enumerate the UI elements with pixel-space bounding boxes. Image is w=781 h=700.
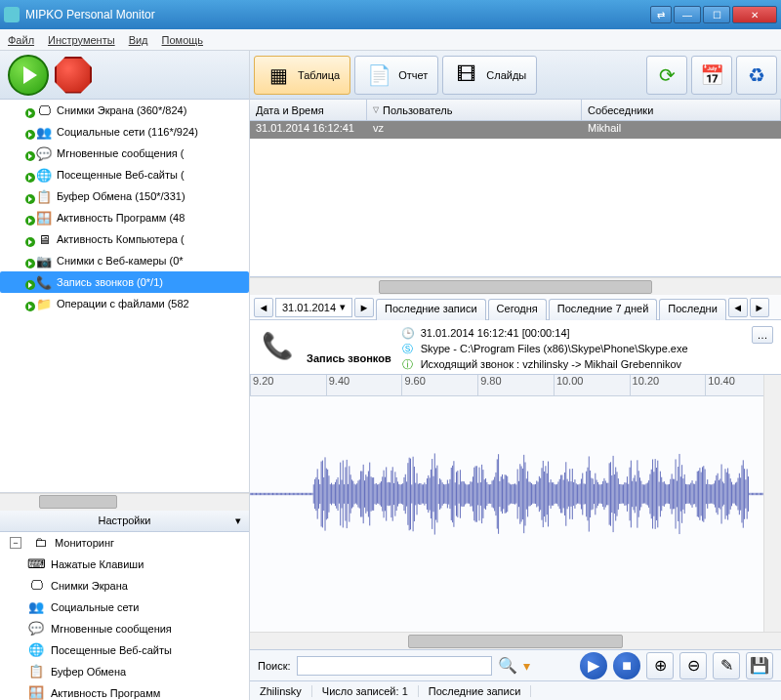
tree-item[interactable]: 🖥Активность Компьютера ( [0, 228, 249, 250]
settings-item[interactable]: 🪟Активность Программ [0, 682, 249, 701]
ruler-tick: 9.60 [401, 375, 477, 395]
status-badge-icon [20, 126, 31, 138]
tabs-scroll-left[interactable]: ◄ [728, 298, 748, 317]
status-badge-icon [20, 233, 31, 245]
waveform-area: 9.209.409.609.8010.0010.2010.40 🎙 🎧 [250, 375, 781, 632]
calendar-button[interactable]: 📅 [691, 56, 732, 95]
tree-item[interactable]: 📁Операции с файлами (582 [0, 293, 249, 314]
settings-item[interactable]: 👥Социальные сети [0, 597, 249, 618]
menu-view[interactable]: Вид [129, 34, 148, 46]
expander-icon[interactable]: − [10, 537, 21, 549]
save-button[interactable]: 💾 [746, 652, 773, 679]
status-count: Число записей: 1 [312, 685, 419, 697]
tabs-scroll-right[interactable]: ► [750, 298, 769, 317]
edit-button[interactable]: ✎ [713, 652, 740, 679]
skype-icon: Ⓢ [401, 342, 415, 355]
info-icon: ⓘ [401, 357, 415, 371]
tree-item-label: Посещенные Веб-сайты ( [57, 169, 185, 181]
menu-help[interactable]: Помощь [162, 34, 204, 46]
left-toolbar [0, 51, 249, 100]
audio-play-button[interactable]: ▶ [580, 652, 607, 679]
zoom-in-button[interactable]: ⊕ [646, 652, 674, 679]
stop-monitoring-button[interactable] [55, 57, 92, 94]
search-input[interactable] [297, 656, 492, 676]
settings-root-label: Мониторинг [55, 537, 114, 549]
col-peers[interactable]: Собеседники [582, 100, 781, 120]
tree-item[interactable]: 🖵Снимки Экрана (360*/824) [0, 100, 249, 121]
settings-item-label: Социальные сети [51, 601, 139, 613]
start-monitoring-button[interactable] [8, 55, 49, 96]
settings-item-icon: 👥 [27, 598, 45, 616]
refresh-icon: ⟳ [653, 62, 680, 89]
filter-icon[interactable]: ▾ [523, 658, 530, 674]
status-user: Zhilinsky [250, 685, 312, 697]
settings-header-label: Настройки [99, 515, 151, 526]
settings-tree[interactable]: − 🗀 Мониторинг ⌨Нажатые Клавиши🖵Снимки Э… [0, 532, 249, 701]
tree-item[interactable]: 🌐Посещенные Веб-сайты ( [0, 164, 249, 185]
settings-item-label: Буфер Обмена [51, 666, 126, 678]
tab-week[interactable]: Последние 7 дней [549, 299, 658, 320]
date-prev-button[interactable]: ◄ [254, 298, 273, 317]
tab-today[interactable]: Сегодня [488, 299, 547, 320]
audio-stop-button[interactable]: ■ [613, 652, 640, 679]
close-button[interactable]: ✕ [732, 6, 777, 23]
col-user[interactable]: ▽Пользователь [367, 100, 582, 120]
category-icon: 💬 [35, 144, 53, 162]
tree-item-label: Снимки Экрана (360*/824) [57, 104, 186, 116]
waveform-hscrollbar[interactable] [250, 632, 781, 649]
chevron-down-icon: ▾ [235, 515, 241, 527]
search-bar: Поиск: 🔍 ▾ ▶ ■ ⊕ ⊖ ✎ 💾 [250, 649, 781, 680]
call-record-icon: 📞 [258, 326, 297, 365]
col-datetime[interactable]: Дата и Время [250, 100, 367, 120]
date-value: 31.01.2014 [282, 302, 336, 313]
tree-item-label: Буфер Обмена (150*/331) [57, 190, 185, 202]
view-slides-button[interactable]: 🎞 Слайды [442, 56, 537, 95]
tree-item[interactable]: 🪟Активность Программ (48 [0, 207, 249, 228]
menu-tools[interactable]: Инструменты [48, 34, 115, 46]
grid-body[interactable]: 31.01.2014 16:12:41 vz Mikhail [250, 121, 781, 277]
settings-item[interactable]: 💬Мгновенные сообщения [0, 618, 249, 639]
category-tree[interactable]: 🖵Снимки Экрана (360*/824)👥Социальные сет… [0, 100, 249, 493]
zoom-out-button[interactable]: ⊖ [679, 652, 707, 679]
tree-item[interactable]: 💬Мгновенные сообщения ( [0, 143, 249, 164]
date-field[interactable]: 31.01.2014 ▾ [275, 298, 352, 317]
window-extra-button[interactable]: ⇄ [650, 6, 672, 23]
waveform-vscrollbar[interactable] [763, 375, 781, 632]
tree-hscrollbar[interactable] [0, 493, 249, 511]
tree-item[interactable]: 📞Запись звонков (0*/1) [0, 271, 249, 293]
waveform-canvas[interactable] [250, 396, 781, 592]
detail-app: Skype - C:\Program Files (x86)\Skype\Pho… [421, 343, 688, 354]
tree-item[interactable]: 👥Социальные сети (116*/924) [0, 121, 249, 143]
tree-item[interactable]: 📷Снимки с Веб-камеры (0* [0, 250, 249, 271]
settings-item[interactable]: ⌨Нажатые Клавиши [0, 554, 249, 575]
date-next-button[interactable]: ► [354, 298, 374, 317]
settings-root[interactable]: − 🗀 Мониторинг [0, 532, 249, 554]
grid-row[interactable]: 31.01.2014 16:12:41 vz Mikhail [250, 121, 781, 139]
view-report-button[interactable]: 📄 Отчет [354, 56, 438, 95]
category-icon: 👥 [35, 123, 53, 141]
minimize-button[interactable]: — [674, 6, 701, 23]
status-badge-icon [20, 104, 31, 116]
settings-item-icon: ⌨ [27, 556, 45, 573]
menu-file[interactable]: Файл [8, 34, 34, 46]
grid-hscrollbar[interactable] [250, 277, 781, 295]
calendar-dropdown-icon[interactable]: ▾ [340, 301, 346, 313]
table-icon: ▦ [265, 62, 292, 89]
detail-more-button[interactable]: … [752, 326, 773, 344]
search-icon[interactable]: 🔍 [498, 656, 517, 675]
settings-item[interactable]: 📋Буфер Обмена [0, 661, 249, 682]
tree-item-label: Активность Программ (48 [57, 212, 185, 224]
status-badge-icon [20, 147, 31, 159]
view-table-button[interactable]: ▦ Таблица [254, 56, 350, 95]
settings-header[interactable]: Настройки ▾ [0, 511, 249, 532]
tree-item[interactable]: 📋Буфер Обмена (150*/331) [0, 185, 249, 207]
maximize-button[interactable]: ☐ [703, 6, 730, 23]
category-icon: 🖵 [35, 102, 53, 119]
cell-datetime: 31.01.2014 16:12:41 [250, 121, 367, 139]
refresh-button[interactable]: ⟳ [646, 56, 687, 95]
settings-item[interactable]: 🌐Посещенные Веб-сайты [0, 639, 249, 661]
tab-more[interactable]: Последни [659, 299, 725, 320]
tab-recent[interactable]: Последние записи [376, 299, 486, 320]
recycle-button[interactable]: ♻ [736, 56, 777, 95]
settings-item[interactable]: 🖵Снимки Экрана [0, 575, 249, 597]
